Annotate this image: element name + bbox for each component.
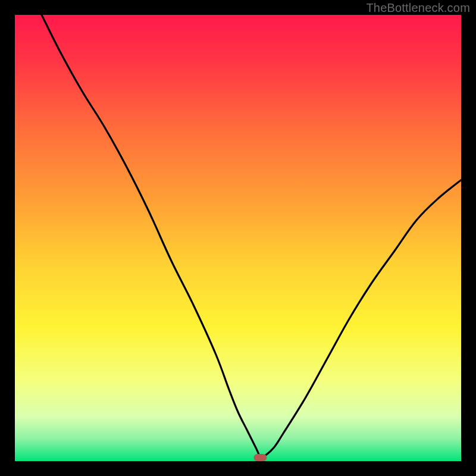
watermark-text: TheBottleneck.com bbox=[366, 1, 470, 15]
chart-container bbox=[15, 15, 461, 461]
bottleneck-chart bbox=[15, 15, 461, 461]
optimal-marker bbox=[254, 454, 267, 461]
chart-background bbox=[15, 15, 461, 461]
app-frame: TheBottleneck.com bbox=[0, 0, 476, 476]
